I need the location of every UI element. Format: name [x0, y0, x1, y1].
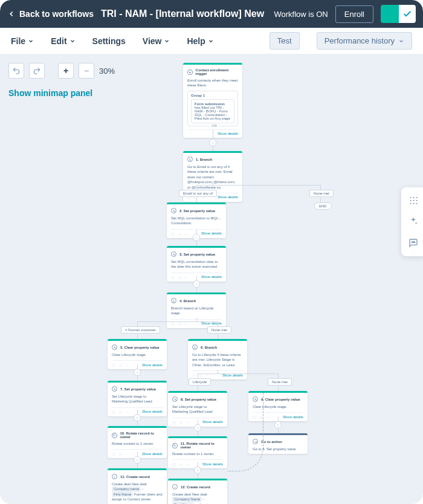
sparkle-icon[interactable]	[408, 216, 418, 226]
chevron-down-icon	[208, 38, 214, 44]
svg-point-0	[412, 242, 412, 242]
menu-help[interactable]: Help	[187, 36, 213, 46]
chevron-down-icon	[398, 38, 404, 44]
menu-settings-label: Settings	[92, 36, 126, 46]
show-details-link[interactable]: Show details	[142, 363, 163, 367]
workflow-title[interactable]: TRI - NAM - [Internal workflow] New	[101, 8, 267, 19]
node-sub: Enroll contacts when they meet these fil…	[187, 78, 238, 88]
add-step-button[interactable]: +	[134, 456, 141, 464]
undo-button[interactable]	[8, 63, 24, 79]
add-step-button[interactable]: +	[193, 234, 200, 241]
edit-icon: ✎	[171, 208, 176, 213]
chevron-down-icon	[164, 38, 170, 44]
flow-graph: ● Contact enrollment trigger Enroll cont…	[0, 54, 423, 504]
branch-label-email[interactable]: Email is not any of	[179, 190, 217, 197]
branch-icon: λ	[192, 344, 198, 350]
redo-button[interactable]	[29, 63, 45, 79]
plus-icon: ＋	[112, 474, 117, 479]
review-chip[interactable]	[381, 5, 416, 23]
rotate-icon: ↻	[112, 433, 117, 438]
end-chip: END	[314, 202, 332, 210]
filter-group: Group 1 Form submission has filled out T…	[187, 91, 238, 126]
test-button[interactable]: Test	[270, 32, 300, 50]
add-step-button[interactable]: +	[193, 280, 200, 288]
chevron-down-icon	[28, 38, 34, 44]
user-icon: ●	[187, 69, 193, 75]
canvas-toolbar: + − 30%	[8, 63, 115, 79]
node-title: Contact enrollment trigger	[196, 68, 238, 76]
show-details-link[interactable]: Show details	[201, 275, 222, 279]
performance-history-button[interactable]: Performance history	[317, 32, 412, 50]
performance-history-label: Performance history	[325, 36, 395, 45]
branch-label-none[interactable]: None met	[268, 378, 292, 386]
or-badge: OR	[209, 124, 219, 128]
zoom-out-button[interactable]: −	[79, 63, 94, 79]
add-step-button[interactable]: +	[209, 139, 216, 146]
menu-view-label: View	[143, 36, 162, 46]
branch-label-none[interactable]: None met	[207, 326, 231, 334]
svg-point-2	[414, 242, 415, 242]
show-details-link[interactable]: Show details	[283, 415, 303, 419]
enroll-button[interactable]: Enroll	[335, 5, 373, 23]
zoom-level: 30%	[99, 66, 115, 76]
show-details-link[interactable]: Show details	[142, 452, 163, 456]
add-step-button[interactable]: +	[194, 424, 201, 431]
branch-label-lifecycle[interactable]: Lifecycle	[189, 378, 211, 386]
add-step-button[interactable]: +	[134, 369, 141, 376]
group-label: Group 1	[191, 94, 234, 97]
menu-file-label: File	[11, 36, 25, 46]
edit-icon: ✎	[112, 386, 117, 392]
back-label: Back to workflows	[19, 9, 94, 19]
apps-icon[interactable]	[409, 196, 418, 204]
back-to-workflows-link[interactable]: Back to workflows	[7, 9, 94, 19]
workflow-canvas[interactable]: + − 30% Show minimap panel ● Contact enr…	[0, 54, 423, 504]
comment-icon[interactable]	[408, 238, 418, 248]
show-details-link[interactable]: Show details	[142, 410, 163, 413]
plus-icon: ＋	[172, 484, 178, 489]
chevron-down-icon	[69, 38, 76, 44]
helper-panel	[401, 187, 423, 256]
menu-settings[interactable]: Settings	[92, 36, 126, 46]
branch-icon: λ	[171, 298, 176, 303]
zoom-in-button[interactable]: +	[58, 63, 74, 79]
menu-file[interactable]: File	[11, 36, 34, 46]
node-create-record-12[interactable]: ＋12. Create record Create deal New deal …	[168, 479, 227, 504]
menu-view[interactable]: View	[143, 36, 170, 46]
add-step-button[interactable]: +	[274, 421, 282, 428]
filter-text: has filled out TRI - NAM - BOFU - Form S…	[195, 106, 231, 120]
show-details-link[interactable]: Show details	[202, 462, 223, 466]
redo-icon	[33, 66, 41, 75]
chevron-left-icon	[7, 10, 16, 18]
add-step-button[interactable]: +	[134, 414, 141, 421]
rotate-icon: ↻	[172, 443, 178, 448]
check-icon	[402, 9, 412, 19]
edit-icon: ✎	[171, 251, 176, 257]
menu-help-label: Help	[187, 36, 205, 46]
topbar: Back to workflows TRI - NAM - [Internal …	[0, 0, 423, 28]
menu-edit[interactable]: Edit	[51, 36, 75, 46]
branch-label-former-customer[interactable]: = Former customer	[121, 326, 160, 334]
svg-point-1	[413, 242, 413, 242]
menu-edit-label: Edit	[51, 36, 66, 46]
show-details-link[interactable]: Show details	[202, 420, 223, 424]
edit-icon: ✎	[172, 396, 178, 402]
show-details-link[interactable]: Show details	[218, 195, 238, 199]
branch-label-none[interactable]: None met	[309, 190, 334, 197]
undo-icon	[12, 66, 21, 75]
add-step-button[interactable]: +	[194, 467, 201, 474]
show-details-link[interactable]: Show details	[201, 321, 222, 325]
branch-icon: λ	[187, 157, 193, 162]
edit-icon: ✎	[112, 344, 117, 350]
workflow-status: Workflow is ON	[274, 10, 328, 19]
show-details-link[interactable]: Show details	[218, 132, 238, 135]
menubar: File Edit Settings View Help Test Perfor…	[0, 28, 423, 54]
goto-connector	[227, 393, 263, 471]
show-details-link[interactable]: Show details	[201, 231, 222, 235]
show-minimap-link[interactable]: Show minimap panel	[8, 88, 92, 98]
node-create-record-11[interactable]: ＋11. Create record Create deal New deal …	[108, 468, 167, 504]
